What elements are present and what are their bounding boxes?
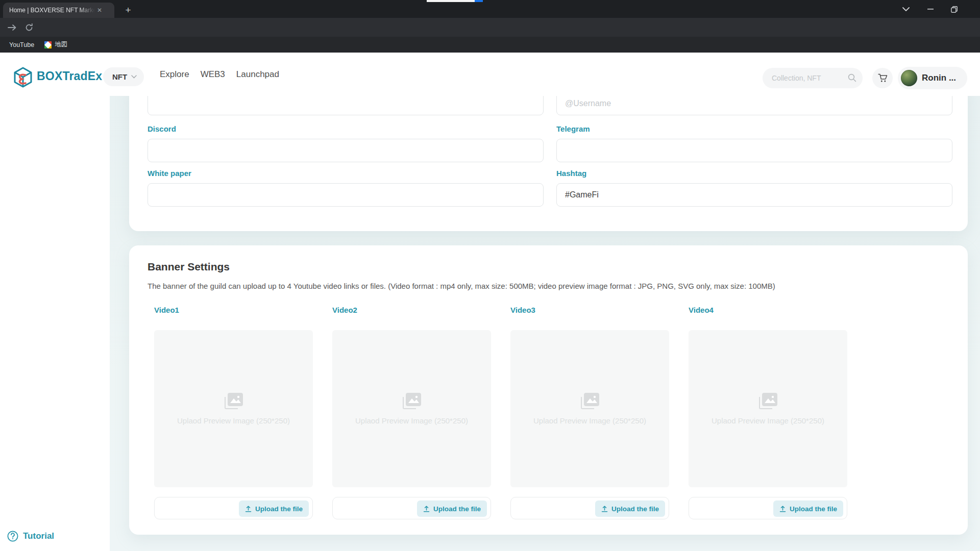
upload-file-button[interactable]: Upload the file xyxy=(773,500,843,517)
guild-form-card: Discord Telegram White paper Hashtag xyxy=(129,82,968,231)
upload-icon xyxy=(779,506,786,512)
bookmark-label: 地図 xyxy=(55,40,67,49)
nft-category-menu[interactable]: NFT xyxy=(103,67,144,86)
banner-settings-card: Banner Settings The banner of the guild … xyxy=(129,245,968,535)
main-nav: Explore WEB3 Launchpad xyxy=(160,53,279,96)
web-page: Discord Telegram White paper Hashtag Ban… xyxy=(0,53,980,551)
new-tab-button[interactable]: + xyxy=(121,4,135,17)
preview-dropzone[interactable]: Uplaod Preview Image (250*250) xyxy=(154,330,313,487)
field-label-telegram: Telegram xyxy=(556,124,952,133)
image-placeholder-icon xyxy=(403,393,421,409)
bookmark-label: YouTube xyxy=(9,41,34,48)
file-input-box: Upload the file xyxy=(332,497,491,519)
field-label-discord: Discord xyxy=(148,124,544,133)
upload-placeholder-text: Uplaod Preview Image (250*250) xyxy=(355,416,468,425)
help-icon xyxy=(7,531,18,542)
tab-search-button[interactable] xyxy=(897,3,915,16)
brand-logo[interactable] xyxy=(12,66,34,91)
upload-placeholder-text: Uplaod Preview Image (250*250) xyxy=(712,416,824,425)
image-placeholder-icon xyxy=(225,393,243,409)
upload-file-button[interactable]: Upload the file xyxy=(239,500,309,517)
tab-strip: Home | BOXVERSE NFT Market ✕ + xyxy=(0,0,980,18)
video-upload-column-4: Video4 Uplaod Preview Image (250*250) Up… xyxy=(689,306,847,314)
search-icon xyxy=(848,73,856,84)
tutorial-label: Tutorial xyxy=(23,531,54,541)
upload-file-button[interactable]: Upload the file xyxy=(417,500,487,517)
upload-icon xyxy=(423,506,430,512)
video-label: Video2 xyxy=(332,306,491,314)
image-placeholder-icon xyxy=(759,393,777,409)
forward-button[interactable] xyxy=(5,21,18,34)
tutorial-link[interactable]: Tutorial xyxy=(7,531,54,542)
upload-button-label: Upload the file xyxy=(433,505,481,513)
file-input-box: Upload the file xyxy=(154,497,313,519)
upload-icon xyxy=(601,506,608,512)
upload-button-label: Upload the file xyxy=(790,505,837,513)
browser-toolbar: boxtradex.io/guildCenter?tab=0 ☆ 無痕式視窗 xyxy=(0,18,980,37)
upload-icon xyxy=(245,506,252,512)
nft-menu-label: NFT xyxy=(112,72,127,81)
video-label: Video1 xyxy=(154,306,313,314)
image-placeholder-icon xyxy=(581,393,599,409)
whitepaper-input[interactable] xyxy=(148,183,544,207)
upload-placeholder-text: Uplaod Preview Image (250*250) xyxy=(533,416,646,425)
bookmark-item-youtube[interactable]: YouTube xyxy=(6,40,37,50)
file-input-box: Upload the file xyxy=(689,497,847,519)
bookmark-item-map[interactable]: 地図 xyxy=(41,39,70,51)
background-window-sliver-accent xyxy=(475,0,483,2)
left-sidebar xyxy=(0,96,110,551)
telegram-input[interactable] xyxy=(556,139,952,162)
field-label-whitepaper: White paper xyxy=(148,169,544,178)
bookmarks-bar: YouTube 地図 xyxy=(0,37,980,53)
nav-link-web3[interactable]: WEB3 xyxy=(201,69,225,80)
user-name: Ronin ... xyxy=(922,73,956,83)
video-upload-column-3: Video3 Uplaod Preview Image (250*250) Up… xyxy=(510,306,669,314)
preview-dropzone[interactable]: Uplaod Preview Image (250*250) xyxy=(332,330,491,487)
upload-file-button[interactable]: Upload the file xyxy=(595,500,665,517)
forward-arrow-icon xyxy=(8,24,16,31)
hashtag-input[interactable] xyxy=(556,183,952,207)
video-label: Video3 xyxy=(510,306,669,314)
minimize-button[interactable] xyxy=(922,3,939,16)
upload-placeholder-text: Uplaod Preview Image (250*250) xyxy=(177,416,290,425)
browser-tab[interactable]: Home | BOXVERSE NFT Market ✕ xyxy=(3,3,114,18)
avatar xyxy=(901,70,917,86)
field-label-hashtag: Hashtag xyxy=(556,169,952,178)
reload-icon xyxy=(25,23,33,32)
upload-button-label: Upload the file xyxy=(255,505,303,513)
nav-link-launchpad[interactable]: Launchpad xyxy=(236,69,279,80)
video-upload-column-1: Video1 Uplaod Preview Image (250*250) Up… xyxy=(154,306,313,314)
site-header: BOXTradEx NFT Explore WEB3 Launchpad Ron… xyxy=(0,53,980,96)
chevron-down-icon xyxy=(902,7,910,11)
tab-title: Home | BOXVERSE NFT Market xyxy=(9,7,95,14)
background-window-sliver xyxy=(427,0,475,2)
section-title: Banner Settings xyxy=(148,261,230,273)
preview-dropzone[interactable]: Uplaod Preview Image (250*250) xyxy=(510,330,669,487)
video-label: Video4 xyxy=(689,306,847,314)
restore-icon xyxy=(951,6,958,13)
upload-button-label: Upload the file xyxy=(611,505,659,513)
discord-input[interactable] xyxy=(148,139,544,162)
nav-link-explore[interactable]: Explore xyxy=(160,69,189,80)
cart-icon xyxy=(878,73,888,83)
tab-close-icon[interactable]: ✕ xyxy=(95,6,104,15)
chevron-down-icon xyxy=(131,75,137,79)
reload-button[interactable] xyxy=(22,21,36,34)
file-input-box: Upload the file xyxy=(510,497,669,519)
section-description: The banner of the guild can upload up to… xyxy=(148,282,775,290)
brand-name[interactable]: BOXTradEx xyxy=(37,69,102,83)
search-box[interactable] xyxy=(763,68,863,88)
restore-button[interactable] xyxy=(945,3,963,16)
minimize-icon xyxy=(927,9,934,10)
account-menu[interactable]: Ronin ... xyxy=(898,67,967,89)
video-upload-column-2: Video2 Uplaod Preview Image (250*250) Up… xyxy=(332,306,491,314)
preview-dropzone[interactable]: Uplaod Preview Image (250*250) xyxy=(689,330,847,487)
search-input[interactable] xyxy=(772,68,843,88)
maps-icon xyxy=(44,41,52,48)
cart-button[interactable] xyxy=(872,68,893,88)
